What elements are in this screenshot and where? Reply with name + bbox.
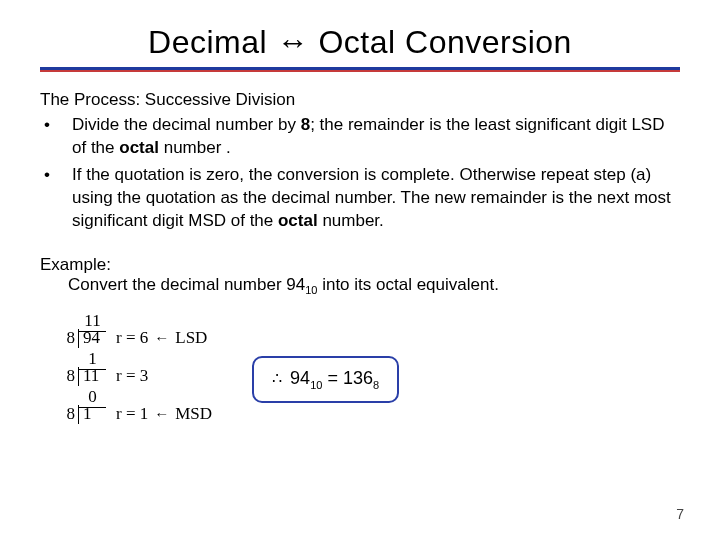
- divisor: 8: [60, 405, 78, 424]
- remainder-value: r = 3: [116, 367, 148, 386]
- text-fragment: Convert the decimal number 94: [68, 275, 305, 294]
- divisor: 8: [60, 367, 78, 386]
- bullet-item: • If the quotation is zero, the conversi…: [40, 164, 680, 233]
- subscript: 10: [310, 379, 322, 391]
- bullet-dot: •: [40, 114, 54, 160]
- process-bullets: • Divide the decimal number by 8; the re…: [40, 114, 680, 233]
- subscript: 8: [373, 379, 379, 391]
- text-fragment: Divide the decimal number by: [72, 115, 301, 134]
- example-label: Example:: [40, 255, 680, 275]
- division-step: 8 1 11 r = 3: [60, 348, 212, 386]
- remainder: r = 1 ← MSD: [116, 405, 212, 424]
- example-block: Example: Convert the decimal number 9410…: [40, 255, 680, 296]
- subscript: 10: [305, 284, 317, 296]
- division-box: 1 11: [78, 367, 106, 386]
- text-fragment: number.: [318, 211, 384, 230]
- remainder-value: r = 1: [116, 405, 148, 424]
- title-underline: [40, 67, 680, 72]
- text-fragment: into its octal equivalent.: [317, 275, 498, 294]
- quotient: 0: [79, 388, 106, 408]
- division-box: 11 94: [78, 329, 106, 348]
- result-expression: 9410 = 1368: [290, 368, 379, 391]
- arrow-left-icon: ←: [154, 330, 169, 347]
- long-division-column: 8 11 94 r = 6 ← LSD 8 1 11 r = 3 8: [40, 310, 212, 424]
- arrow-left-icon: ←: [154, 406, 169, 423]
- process-heading: The Process: Successive Division: [40, 90, 680, 110]
- text-bold: 8: [301, 115, 310, 134]
- quotient: 11: [79, 312, 106, 332]
- quotient: 1: [79, 350, 106, 370]
- bullet-dot: •: [40, 164, 54, 233]
- text-fragment: =: [322, 368, 343, 388]
- bullet-item: • Divide the decimal number by 8; the re…: [40, 114, 680, 160]
- page-number: 7: [676, 506, 684, 522]
- bullet-text: Divide the decimal number by 8; the rema…: [72, 114, 680, 160]
- result-box: ∴ 9410 = 1368: [252, 356, 399, 403]
- division-box: 0 1: [78, 405, 106, 424]
- remainder-tag: LSD: [175, 329, 207, 348]
- remainder-value: r = 6: [116, 329, 148, 348]
- text-bold: octal: [278, 211, 318, 230]
- example-question: Convert the decimal number 9410 into its…: [40, 275, 680, 296]
- bullet-text: If the quotation is zero, the conversion…: [72, 164, 680, 233]
- remainder-tag: MSD: [175, 405, 212, 424]
- page-title: Decimal ↔ Octal Conversion: [40, 24, 680, 61]
- remainder: r = 6 ← LSD: [116, 329, 207, 348]
- division-step: 8 0 1 r = 1 ← MSD: [60, 386, 212, 424]
- work-area: 8 11 94 r = 6 ← LSD 8 1 11 r = 3 8: [40, 310, 680, 424]
- text-fragment: number .: [159, 138, 231, 157]
- divisor: 8: [60, 329, 78, 348]
- text-fragment: 94: [290, 368, 310, 388]
- division-step: 8 11 94 r = 6 ← LSD: [60, 310, 212, 348]
- remainder: r = 3: [116, 367, 148, 386]
- text-bold: octal: [119, 138, 159, 157]
- therefore-symbol: ∴: [272, 369, 282, 388]
- text-fragment: 136: [343, 368, 373, 388]
